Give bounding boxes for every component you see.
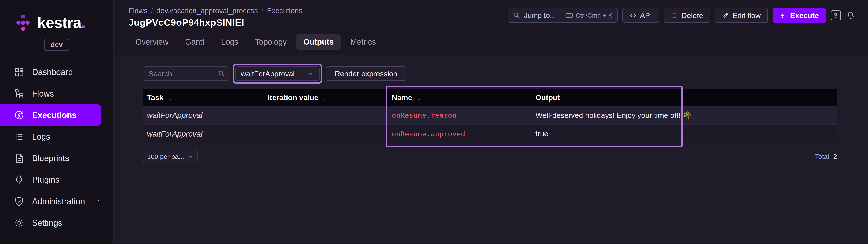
wordmark-dot: . (81, 14, 85, 31)
select-highlight-annotation: waitForApproval (232, 64, 322, 84)
settings-gear-icon (14, 218, 24, 228)
jump-to-search[interactable]: Jump to... Ctrl/Cmd + K (508, 8, 618, 23)
kestra-logo-icon (13, 13, 33, 33)
column-header-name[interactable]: Name (388, 93, 531, 102)
search-input[interactable] (143, 66, 229, 81)
blueprints-icon (14, 153, 24, 163)
sidebar-item-logs[interactable]: Logs (0, 126, 101, 148)
notifications-bell-button[interactable] (846, 10, 856, 21)
table-row: waitForApproval onResume.approved true (143, 124, 837, 143)
tab-gantt[interactable]: Gantt (178, 34, 212, 50)
tab-logs[interactable]: Logs (214, 34, 245, 50)
lightning-icon (780, 12, 787, 19)
sort-icon (321, 94, 327, 100)
sidebar-item-executions[interactable]: Executions (0, 104, 101, 126)
sidebar-item-settings[interactable]: Settings (0, 212, 101, 234)
delete-button[interactable]: Delete (664, 8, 710, 23)
total-count: Total: 2 (815, 153, 837, 161)
sort-icon (166, 94, 172, 100)
pencil-icon (722, 12, 729, 19)
breadcrumb-flow-id[interactable]: dev.vacation_approval_process (156, 7, 258, 15)
task-filter-select[interactable]: waitForApproval (236, 66, 319, 81)
sidebar-item-flows[interactable]: Flows (0, 83, 101, 104)
sidebar-item-blueprints[interactable]: Blueprints (0, 148, 101, 169)
administration-icon (14, 196, 24, 206)
output-value: true (535, 129, 549, 138)
tab-overview[interactable]: Overview (128, 34, 176, 50)
output-name-value: onResume.approved (392, 130, 465, 138)
breadcrumb-executions[interactable]: Executions (267, 7, 302, 15)
sidebar-item-label: Flows (32, 89, 54, 98)
breadcrumb-flows[interactable]: Flows (128, 7, 147, 15)
api-button[interactable]: API (622, 8, 659, 23)
output-value: Well-deserved holidays! Enjoy your time … (535, 111, 692, 120)
sidebar-item-dashboard[interactable]: Dashboard (0, 61, 101, 83)
logs-icon (14, 132, 24, 142)
execute-button[interactable]: Execute (773, 8, 826, 23)
task-id-value: waitForApproval (147, 111, 203, 120)
trash-icon (671, 12, 678, 19)
sidebar-item-label: Settings (32, 218, 62, 228)
search-field-wrap (143, 66, 229, 81)
help-button[interactable]: ? (831, 10, 841, 21)
plugins-icon (14, 175, 24, 185)
per-page-select[interactable]: 100 per pa... (143, 151, 198, 162)
api-icon (629, 12, 637, 19)
column-header-task[interactable]: Task (143, 93, 264, 102)
keyboard-shortcut: Ctrl/Cmd + K (561, 8, 612, 23)
total-count-value: 2 (833, 153, 837, 161)
sidebar-item-label: Dashboard (32, 67, 73, 77)
sidebar-item-label: Logs (32, 132, 50, 142)
sidebar-item-administration[interactable]: Administration (0, 191, 101, 212)
tab-metrics[interactable]: Metrics (343, 34, 383, 50)
execution-tabs: Overview Gantt Logs Topology Outputs Met… (128, 34, 856, 50)
environment-badge: dev (44, 39, 69, 51)
tab-outputs[interactable]: Outputs (296, 34, 341, 50)
breadcrumb-separator: / (151, 7, 153, 15)
outputs-content: waitForApproval Render expression Task (114, 55, 868, 244)
column-header-output: Output (531, 93, 837, 102)
sidebar-item-label: Executions (32, 111, 76, 120)
flows-icon (14, 89, 24, 99)
keyboard-icon (565, 11, 573, 19)
topbar-actions: Jump to... Ctrl/Cmd + K API (508, 8, 856, 23)
table-footer: 100 per pa... Total: 2 (143, 151, 837, 162)
top-bar: Flows / dev.vacation_approval_process / … (114, 0, 868, 55)
kestra-logo[interactable]: kestra. (0, 10, 113, 35)
sort-icon (415, 94, 421, 100)
task-id-value: waitForApproval (147, 129, 203, 138)
search-icon (218, 70, 225, 77)
chevron-right-icon (96, 197, 101, 205)
wordmark: kestra. (37, 14, 86, 31)
tab-topology[interactable]: Topology (248, 34, 293, 50)
sidebar-item-label: Plugins (32, 175, 60, 185)
output-name-value: onResume.reason (392, 111, 457, 119)
edit-flow-button[interactable]: Edit flow (715, 8, 768, 23)
sidebar: kestra. dev Dashboard Flows Executions (0, 0, 114, 244)
executions-icon (14, 110, 24, 120)
bell-icon (846, 11, 855, 20)
render-expression-button[interactable]: Render expression (326, 66, 406, 81)
sidebar-nav: Dashboard Flows Executions Logs (0, 61, 113, 234)
kestra-app: kestra. dev Dashboard Flows Executions (0, 0, 868, 244)
main-panel: Flows / dev.vacation_approval_process / … (114, 0, 868, 244)
jump-to-placeholder: Jump to... (524, 11, 556, 20)
breadcrumb-separator: / (261, 7, 264, 15)
chevron-down-icon (188, 154, 193, 160)
table-header-row: Task Iteration value Name (143, 89, 837, 106)
outputs-table: Task Iteration value Name (143, 89, 837, 143)
sidebar-item-label: Administration (32, 197, 85, 206)
search-icon (513, 12, 520, 19)
outputs-filter-bar: waitForApproval Render expression (143, 64, 837, 84)
sidebar-item-label: Blueprints (32, 154, 69, 163)
table-row: waitForApproval onResume.reason Well-des… (143, 106, 837, 124)
chevron-down-icon (307, 70, 314, 78)
sidebar-item-plugins[interactable]: Plugins (0, 169, 101, 191)
column-header-iteration-value[interactable]: Iteration value (264, 93, 388, 102)
dashboard-icon (14, 67, 24, 77)
